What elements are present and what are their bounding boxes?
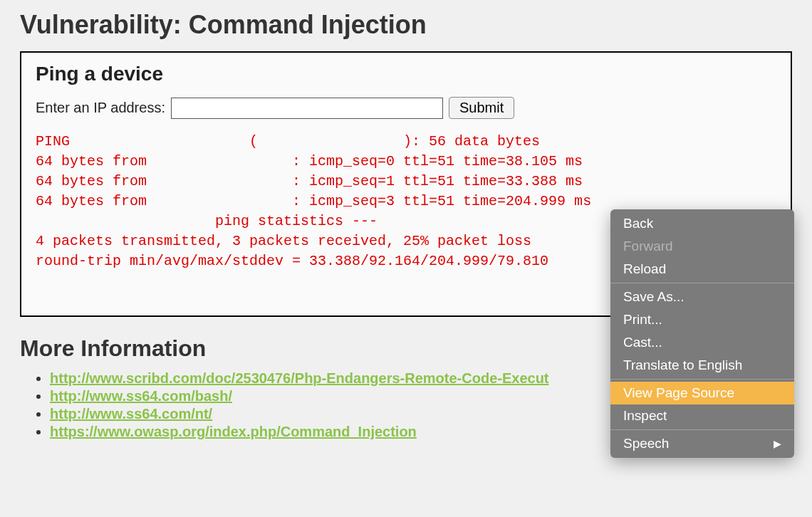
context-menu-label: Forward — [623, 239, 673, 254]
chevron-right-icon: ▶ — [774, 438, 781, 449]
info-link[interactable]: http://www.ss64.com/bash/ — [50, 388, 232, 404]
context-menu-item[interactable]: Print... — [610, 308, 794, 331]
context-menu-label: Back — [623, 216, 653, 231]
context-menu: BackForwardReloadSave As...Print...Cast.… — [610, 209, 794, 458]
context-menu-item[interactable]: Speech▶ — [610, 432, 794, 455]
context-menu-item[interactable]: Inspect — [610, 404, 794, 427]
context-menu-label: Inspect — [623, 408, 667, 424]
context-menu-label: View Page Source — [623, 385, 734, 401]
context-menu-separator — [610, 283, 794, 283]
page-title: Vulnerability: Command Injection — [0, 0, 812, 47]
context-menu-separator — [610, 379, 794, 380]
info-link[interactable]: http://www.scribd.com/doc/2530476/Php-En… — [50, 370, 549, 386]
context-menu-item[interactable]: Translate to English — [610, 354, 794, 377]
context-menu-item[interactable]: Reload — [610, 258, 794, 281]
context-menu-label: Print... — [623, 312, 662, 328]
ip-input[interactable] — [171, 98, 443, 119]
context-menu-item: Forward — [610, 235, 794, 258]
submit-button[interactable]: Submit — [449, 97, 514, 119]
ping-form: Enter an IP address: Submit — [36, 97, 776, 119]
context-menu-item[interactable]: Cast... — [610, 331, 794, 354]
panel-title: Ping a device — [36, 63, 776, 85]
context-menu-item[interactable]: View Page Source — [610, 382, 794, 404]
info-link[interactable]: https://www.owasp.org/index.php/Command_… — [50, 424, 417, 439]
context-menu-separator — [610, 429, 794, 430]
context-menu-label: Save As... — [623, 289, 685, 305]
context-menu-label: Translate to English — [623, 357, 742, 373]
ip-label: Enter an IP address: — [36, 100, 165, 116]
context-menu-item[interactable]: Back — [610, 212, 794, 235]
info-link[interactable]: http://www.ss64.com/nt/ — [50, 406, 212, 422]
context-menu-label: Speech — [623, 436, 669, 451]
context-menu-label: Reload — [623, 261, 666, 277]
context-menu-label: Cast... — [623, 335, 662, 350]
context-menu-item[interactable]: Save As... — [610, 286, 794, 308]
